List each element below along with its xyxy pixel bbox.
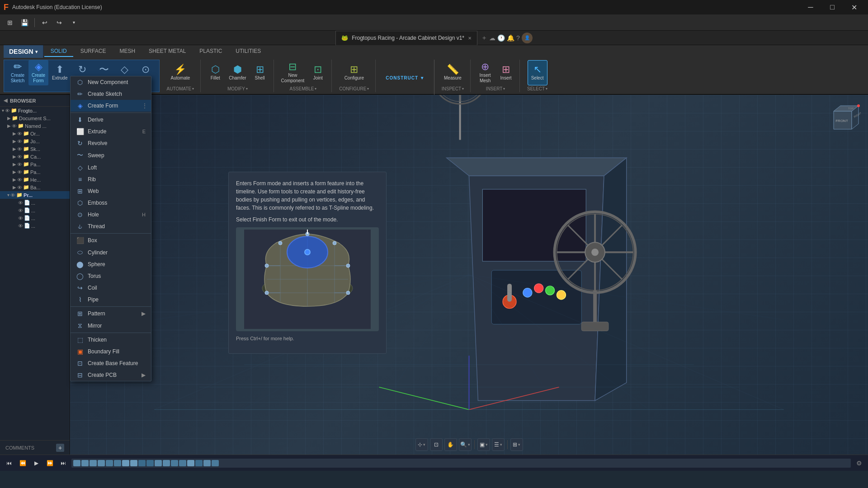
tl-item-9[interactable]	[138, 460, 146, 466]
tab-sheet-metal[interactable]: SHEET METAL	[142, 46, 192, 57]
menu-item-hole[interactable]: ⊙ Hole H	[71, 209, 151, 221]
menu-item-thicken[interactable]: ⬚ Thicken	[71, 334, 151, 346]
menu-item-revolve[interactable]: ↻ Revolve	[71, 137, 151, 149]
eye-icon[interactable]: 👁	[17, 162, 22, 167]
tl-end-btn[interactable]: ⏭	[58, 458, 69, 469]
tl-item-15[interactable]	[187, 460, 194, 466]
insert-btn2[interactable]: ⊞ Insert	[496, 60, 516, 85]
tab-utilities[interactable]: UTILITIES	[229, 46, 267, 57]
document-tab[interactable]: 🐸 Frogtopus Racing - Arcade Cabinet Desi…	[335, 31, 477, 45]
tab-plastic[interactable]: PLASTIC	[193, 46, 228, 57]
browser-item-sub2[interactable]: 👁 📄 ...	[0, 206, 70, 214]
menu-item-torus[interactable]: ◯ Torus	[71, 270, 151, 282]
eye-icon[interactable]: 👁	[17, 146, 22, 152]
assemble-btn2[interactable]: ⊡ Joint	[308, 60, 328, 85]
navigation-cube[interactable]: FRONT RIGHT TOP	[825, 102, 861, 138]
timeline-settings-button[interactable]: ⚙	[854, 458, 864, 469]
modify-btn3[interactable]: ⊞ Shell	[250, 60, 270, 85]
eye-icon[interactable]: 👁	[17, 131, 22, 136]
browser-item-sk[interactable]: ▶ 👁 📁 Sk...	[0, 145, 70, 153]
menu-item-create-form[interactable]: ◈ Create Form ⋮	[71, 100, 151, 112]
assemble-group-dropdown[interactable]: ASSEMBLE ▾	[287, 85, 320, 92]
close-button[interactable]: ✕	[844, 0, 864, 14]
menu-item-create-sketch[interactable]: ✏ Create Sketch	[71, 95, 151, 100]
add-comment-button[interactable]: +	[56, 444, 64, 452]
tl-item-11[interactable]	[155, 460, 162, 466]
menu-item-create-base-feature[interactable]: ⊡ Create Base Feature	[71, 357, 151, 369]
menu-item-box[interactable]: ⬛ Box	[71, 235, 151, 246]
browser-item-named-views[interactable]: ▶ 👁 📁 Named ...	[0, 122, 70, 130]
doc-tab-close[interactable]: ✕	[468, 36, 472, 41]
menu-item-rib[interactable]: ≡ Rib	[71, 174, 151, 185]
browser-item-pr[interactable]: ▾ 👁 📁 Pr...	[0, 191, 70, 199]
more-options-button[interactable]: ⋮	[140, 103, 149, 109]
modify-group-dropdown[interactable]: MODIFY ▾	[225, 85, 250, 92]
tl-item-13[interactable]	[171, 460, 178, 466]
eye-icon[interactable]: 👁	[17, 169, 22, 175]
tl-item-14[interactable]	[179, 460, 186, 466]
tl-next-btn[interactable]: ⏩	[44, 458, 55, 469]
menu-item-pattern[interactable]: ⊞ Pattern ▶	[71, 308, 151, 319]
menu-item-thread[interactable]: ⫝ Thread	[71, 221, 151, 232]
browser-item-pa1[interactable]: ▶ 👁 📁 Pa...	[0, 160, 70, 168]
browser-item-sub1[interactable]: 👁 📄 ...	[0, 199, 70, 206]
tl-prev-btn[interactable]: ⏪	[17, 458, 28, 469]
tab-mesh[interactable]: MESH	[113, 46, 142, 57]
viewport-zoom-btn[interactable]: 🔍 ▾	[459, 438, 472, 451]
menu-item-mirror[interactable]: ⧖ Mirror	[71, 319, 151, 332]
eye-icon[interactable]: 👁	[10, 192, 15, 198]
menu-item-sweep[interactable]: 〜 Sweep	[71, 149, 151, 162]
viewport-render-btn[interactable]: ☰ ▾	[492, 438, 505, 451]
assemble-btn1[interactable]: ⊟ NewComponent	[278, 60, 307, 85]
menu-item-create-pcb[interactable]: ⊟ Create PCB ▶	[71, 369, 151, 381]
inspect-btn[interactable]: 📏 Measure	[441, 60, 464, 85]
modify-btn2[interactable]: ⬢ Chamfer	[226, 60, 249, 85]
browser-item-sub3[interactable]: 👁 📄 ...	[0, 214, 70, 222]
tl-item-2[interactable]	[81, 460, 89, 466]
select-group-dropdown[interactable]: SELECT ▾	[524, 85, 550, 92]
eye-icon[interactable]: 👁	[18, 223, 23, 229]
eye-icon[interactable]: 👁	[18, 200, 23, 206]
eye-icon[interactable]: 👁	[18, 216, 23, 221]
viewport-pan-btn[interactable]: ✋	[444, 438, 457, 451]
history-dropdown-button[interactable]: ▾	[67, 16, 80, 29]
tl-item-10[interactable]	[146, 460, 154, 466]
viewport-home-btn[interactable]: ⊹ ▾	[415, 438, 428, 451]
redo-button[interactable]: ↪	[53, 16, 66, 29]
eye-icon[interactable]: 👁	[12, 123, 17, 129]
browser-item-pa2[interactable]: ▶ 👁 📁 Pa...	[0, 168, 70, 176]
browser-item-ca[interactable]: ▶ 👁 📁 Ca...	[0, 153, 70, 160]
viewport-fit-btn[interactable]: ⊡	[430, 438, 443, 451]
menu-item-loft[interactable]: ◇ Loft	[71, 162, 151, 174]
minimize-button[interactable]: ─	[800, 0, 821, 14]
automate-group-dropdown[interactable]: AUTOMATE ▾	[164, 85, 197, 92]
inspect-group-dropdown[interactable]: INSPECT ▾	[439, 85, 467, 92]
configure-group-dropdown[interactable]: CONFIGURE ▾	[336, 85, 372, 92]
maximize-button[interactable]: □	[822, 0, 843, 14]
tl-item-12[interactable]	[163, 460, 170, 466]
browser-item-he[interactable]: ▶ 👁 📁 He...	[0, 176, 70, 183]
tl-item-18[interactable]	[212, 460, 219, 466]
menu-item-boundary-fill[interactable]: ▣ Boundary Fill	[71, 346, 151, 357]
tl-item-5[interactable]	[106, 460, 113, 466]
modify-btn1[interactable]: ⬡ Fillet	[205, 60, 225, 85]
tl-item-6[interactable]	[114, 460, 121, 466]
undo-button[interactable]: ↩	[38, 16, 51, 29]
menu-item-coil[interactable]: ↪ Coil	[71, 282, 151, 294]
eye-icon[interactable]: 👁	[17, 139, 22, 144]
configure-btn[interactable]: ⊞ Configure	[342, 60, 367, 85]
viewport-display-btn[interactable]: ▣ ▾	[477, 438, 490, 451]
tl-item-3[interactable]	[90, 460, 97, 466]
automate-btn[interactable]: ⚡ Automate	[168, 60, 193, 85]
browser-item-jo[interactable]: ▶ 👁 📁 Jo...	[0, 137, 70, 145]
browser-item-doc-settings[interactable]: ▶ 📁 Document S...	[0, 114, 70, 122]
save-button[interactable]: 💾	[18, 16, 31, 29]
tab-solid[interactable]: SOLID	[44, 46, 73, 57]
tl-item-17[interactable]	[203, 460, 211, 466]
tl-start-btn[interactable]: ⏮	[4, 458, 14, 469]
browser-item-origin[interactable]: ▶ 👁 📁 Or...	[0, 130, 70, 137]
tl-play-btn[interactable]: ▶	[31, 458, 42, 469]
insert-group-dropdown[interactable]: INSERT ▾	[483, 85, 508, 92]
browser-item-ba[interactable]: ▶ 👁 📁 Ba...	[0, 183, 70, 191]
viewport[interactable]: Enters Form mode and inserts a form feat…	[70, 95, 868, 455]
